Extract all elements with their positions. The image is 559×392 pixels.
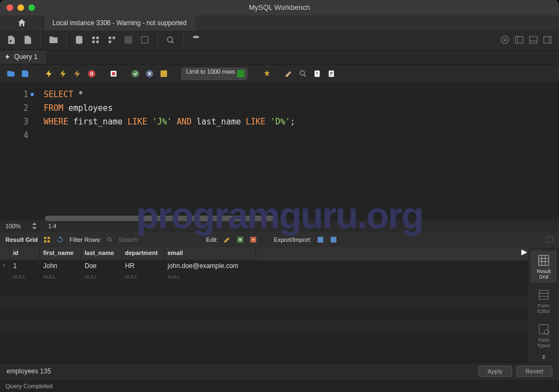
svg-point-9 (168, 37, 173, 42)
svg-point-23 (112, 72, 116, 76)
stop-on-error-icon[interactable] (108, 68, 119, 79)
inspector-icon[interactable] (164, 34, 176, 46)
wrap-cell-icon[interactable] (546, 236, 554, 243)
svg-text:¶: ¶ (316, 72, 318, 75)
query-tab[interactable]: Query 1 (0, 50, 46, 64)
table-add-icon[interactable] (106, 34, 118, 46)
home-icon (17, 18, 27, 28)
explain-icon[interactable] (72, 68, 83, 79)
line-gutter: 1 2 3 4 (0, 84, 33, 220)
side-panel-item[interactable]: FieldTypes (531, 319, 557, 352)
execute-icon[interactable] (44, 68, 55, 79)
status-bar: Query Completed (0, 379, 559, 392)
commit-icon[interactable] (130, 68, 141, 79)
grid-icon[interactable] (122, 34, 134, 46)
status-text: Query Completed (5, 383, 52, 389)
autocommit-icon[interactable] (158, 68, 169, 79)
svg-point-27 (300, 71, 305, 75)
svg-point-12 (504, 39, 507, 41)
new-tab-icon[interactable] (22, 34, 34, 46)
svg-rect-38 (318, 237, 324, 243)
save-icon[interactable] (20, 68, 31, 79)
find-icon[interactable] (298, 68, 308, 79)
connection-tabs: Local instance 3306 - Warning - not supp… (0, 15, 559, 31)
code-area[interactable]: SELECT *FROM employeesWHERE first_name L… (33, 84, 559, 220)
sql-editor[interactable]: 1 2 3 4 SELECT *FROM employeesWHERE firs… (0, 84, 559, 220)
schema-icon[interactable] (90, 34, 102, 46)
query-tabs: Query 1 (0, 50, 559, 64)
svg-point-10 (193, 36, 199, 39)
add-row-icon[interactable] (236, 236, 244, 243)
svg-rect-26 (160, 70, 167, 77)
connection-tab-label: Local instance 3306 - Warning - not supp… (52, 19, 187, 27)
svg-rect-7 (109, 41, 111, 44)
limit-rows-select[interactable]: Limit to 1000 rows (181, 68, 247, 80)
chevron-down-icon[interactable] (538, 354, 549, 363)
svg-point-35 (108, 237, 111, 241)
svg-rect-15 (530, 37, 537, 43)
execute-current-icon[interactable] (58, 68, 69, 79)
titlebar: MySQL Workbench (0, 0, 559, 15)
refresh-icon[interactable] (56, 236, 64, 243)
beautify-icon[interactable] (261, 68, 272, 79)
svg-rect-40 (547, 237, 553, 243)
delete-row-icon[interactable] (249, 236, 257, 243)
edit-row-icon[interactable] (223, 236, 231, 243)
svg-rect-33 (44, 240, 46, 242)
svg-rect-39 (331, 237, 337, 243)
svg-rect-46 (539, 290, 549, 300)
svg-rect-2 (96, 37, 99, 39)
search-icon (106, 236, 113, 243)
svg-point-19 (88, 70, 95, 77)
svg-rect-3 (92, 41, 95, 44)
filter-input[interactable] (118, 236, 173, 243)
import-icon[interactable] (330, 236, 337, 243)
grid2-icon[interactable] (139, 34, 151, 46)
panel-bottom-icon[interactable] (527, 34, 539, 46)
expand-icon[interactable]: ▶ (521, 247, 527, 256)
main-toolbar (0, 31, 559, 50)
result-toolbar: Result Grid Filter Rows: Edit: Export/Im… (0, 232, 559, 247)
svg-rect-34 (47, 240, 50, 242)
side-panel-item[interactable]: FormEditor (531, 285, 557, 317)
panel-left-icon[interactable] (513, 34, 525, 46)
result-area: ▶ idfirst_namelast_namedepartmentemail▸1… (0, 247, 559, 363)
result-side-panel: ResultGridFormEditorFieldTypes (528, 247, 559, 363)
svg-rect-4 (96, 41, 99, 44)
connection-tab[interactable]: Local instance 3306 - Warning - not supp… (44, 15, 195, 31)
svg-rect-31 (44, 237, 46, 239)
export-label: Export/Import: (273, 236, 311, 243)
gear-icon[interactable] (499, 34, 511, 46)
new-sql-tab-icon[interactable] (5, 34, 17, 46)
svg-rect-41 (539, 256, 549, 265)
zoom-level[interactable]: 100% (5, 223, 21, 229)
apply-button[interactable]: Apply (478, 366, 512, 377)
wrap-icon[interactable] (326, 68, 337, 79)
svg-rect-49 (539, 325, 549, 334)
invisible-chars-icon[interactable]: ¶ (312, 68, 323, 79)
svg-rect-21 (92, 72, 93, 76)
bottom-bar: employees 135 Apply Revert (0, 363, 559, 379)
horizontal-scrollbar[interactable] (45, 216, 274, 221)
db-refresh-icon[interactable] (190, 34, 202, 46)
panel-right-icon[interactable] (542, 34, 554, 46)
rollback-icon[interactable] (144, 68, 155, 79)
app-title: MySQL Workbench (0, 3, 559, 11)
home-tab[interactable] (0, 15, 44, 31)
open-file-icon[interactable] (5, 68, 16, 79)
result-grid[interactable]: idfirst_namelast_namedepartmentemail▸1Jo… (0, 247, 528, 363)
filter-label: Filter Rows: (69, 236, 101, 243)
grid-toggle-icon[interactable] (43, 236, 51, 243)
result-tab-label[interactable]: employees 135 (7, 367, 51, 375)
side-panel-item[interactable]: ResultGrid (531, 251, 557, 283)
brush-icon[interactable] (283, 68, 294, 79)
zoom-stepper-icon[interactable] (32, 223, 37, 229)
svg-rect-20 (91, 72, 91, 76)
db-icon[interactable] (73, 34, 85, 46)
export-icon[interactable] (317, 236, 324, 243)
svg-rect-1 (92, 37, 95, 39)
cursor-position: 1:4 (48, 223, 56, 229)
open-sql-icon[interactable] (47, 34, 60, 46)
revert-button[interactable]: Revert (516, 366, 552, 377)
stop-icon[interactable] (86, 68, 97, 79)
